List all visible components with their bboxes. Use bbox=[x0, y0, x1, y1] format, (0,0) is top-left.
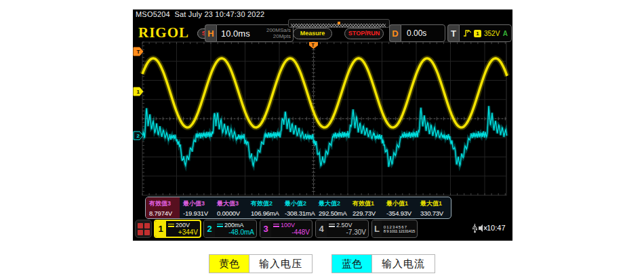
channel-2-scale: 200mA bbox=[224, 222, 244, 228]
measurement-item[interactable]: 最大值2 292.50mA bbox=[315, 197, 349, 218]
trigger-mode: A bbox=[503, 30, 508, 37]
channel-3-button[interactable]: 3 100V -448V bbox=[260, 220, 313, 238]
measurement-item[interactable]: 有效值1 229.73V bbox=[349, 197, 383, 218]
timebase-value: 10.0ms bbox=[219, 28, 266, 39]
channel-1-number: 1 bbox=[155, 221, 166, 237]
legend-item-voltage: 黄色 输入电压 bbox=[209, 254, 313, 273]
svg-text:T: T bbox=[137, 49, 140, 55]
channel-2-button[interactable]: 2 200mA -48.0mA bbox=[203, 220, 257, 238]
legend-label-current: 输入电流 bbox=[372, 254, 435, 273]
measurement-item[interactable]: 最大值3 0.0000V bbox=[214, 197, 247, 218]
logic-channels-button[interactable]: L 0 1 2 3 4 5 6 7 8 9 1011 12131415 bbox=[371, 220, 418, 238]
measurement-item[interactable]: 最大值1 330.73V bbox=[417, 197, 451, 218]
dc-coupling-icon bbox=[217, 224, 223, 227]
rigol-logo: RIGOL bbox=[138, 24, 189, 41]
stop-run-button[interactable]: STOP/RUN bbox=[344, 28, 384, 39]
svg-text:T: T bbox=[312, 43, 315, 47]
measurement-item[interactable]: 最小值3 -19.931V bbox=[180, 197, 214, 218]
trigger-settings[interactable]: T 1 352V A bbox=[447, 24, 512, 42]
memory-trigger-marker bbox=[338, 22, 340, 24]
measurement-panel: 有效值3 8.7974V 最小值3 -19.931V 最大值3 0.0000V … bbox=[145, 197, 451, 219]
channel-1-button[interactable]: 1 200V +344V bbox=[154, 220, 201, 238]
color-legend: 黄色 输入电压 蓝色 输入电流 bbox=[0, 254, 644, 273]
grid-squares-icon[interactable] bbox=[135, 220, 152, 238]
delay-settings[interactable]: D 0.00s bbox=[389, 24, 445, 42]
channel-2-number: 2 bbox=[204, 220, 215, 237]
measure-button[interactable]: Measure bbox=[293, 28, 332, 39]
trigger-label: T bbox=[447, 24, 459, 42]
legend-swatch-yellow: 黄色 bbox=[209, 254, 249, 273]
measurement-item[interactable]: 有效值3 8.7974V bbox=[146, 197, 180, 218]
channel-2-offset: -48.0mA bbox=[217, 228, 254, 236]
channel-4-scale: 2.50V bbox=[336, 222, 353, 228]
measurement-item[interactable]: 有效值2 106.96mA bbox=[247, 197, 281, 218]
channel-1-scale: 200V bbox=[176, 222, 190, 228]
measurement-item[interactable]: 最小值2 -308.31mA bbox=[281, 197, 315, 218]
logic-label: L bbox=[372, 220, 382, 237]
scope-title-bar: MSO5204 Sat July 23 10:47:30 2022 bbox=[136, 10, 264, 18]
clock: 10:47 bbox=[487, 224, 506, 232]
legend-swatch-cyan: 蓝色 bbox=[331, 254, 372, 273]
dc-coupling-icon bbox=[329, 224, 335, 227]
rising-edge-trigger-icon bbox=[463, 29, 471, 37]
svg-text:2: 2 bbox=[137, 133, 140, 139]
horizontal-label: H bbox=[205, 24, 216, 42]
dc-coupling-icon bbox=[273, 224, 279, 227]
channel-4-offset: -7.30V bbox=[329, 228, 366, 236]
delay-label: D bbox=[389, 24, 401, 42]
channel-3-number: 3 bbox=[260, 220, 271, 237]
channel-4-number: 4 bbox=[316, 220, 327, 237]
usb-icon bbox=[472, 223, 478, 233]
oscilloscope-screen: T12T3 MSO5204 Sat July 23 10:47:30 2022 … bbox=[133, 9, 512, 241]
channel-3-offset: -448V bbox=[273, 228, 310, 236]
ch1-voltage-trace bbox=[142, 58, 507, 127]
sample-rate: 200MSa/s bbox=[266, 27, 291, 33]
measurement-item[interactable]: 最小值1 -354.93V bbox=[383, 197, 417, 218]
channel-4-button[interactable]: 4 2.50V -7.30V bbox=[315, 220, 369, 238]
dc-coupling-icon bbox=[168, 224, 174, 227]
delay-value: 0.00s bbox=[401, 24, 445, 42]
page: T12T3 MSO5204 Sat July 23 10:47:30 2022 … bbox=[0, 0, 644, 280]
logic-row-2: 8 9 1011 12131415 bbox=[384, 229, 415, 233]
trigger-source-badge: 1 bbox=[474, 30, 481, 37]
channel-3-scale: 100V bbox=[281, 222, 295, 228]
svg-text:1: 1 bbox=[137, 89, 140, 95]
horizontal-settings[interactable]: H 10.0ms 200MSa/s 20Mpts bbox=[205, 24, 294, 42]
memory-position-bar[interactable] bbox=[288, 19, 390, 28]
channel-1-offset: +344V bbox=[168, 228, 198, 236]
speaker-muted-icon[interactable] bbox=[478, 224, 487, 233]
memory-depth: 20Mpts bbox=[266, 33, 291, 39]
legend-item-current: 蓝色 输入电流 bbox=[331, 254, 435, 273]
trigger-level: 352V bbox=[484, 30, 500, 37]
legend-label-voltage: 输入电压 bbox=[249, 254, 313, 273]
